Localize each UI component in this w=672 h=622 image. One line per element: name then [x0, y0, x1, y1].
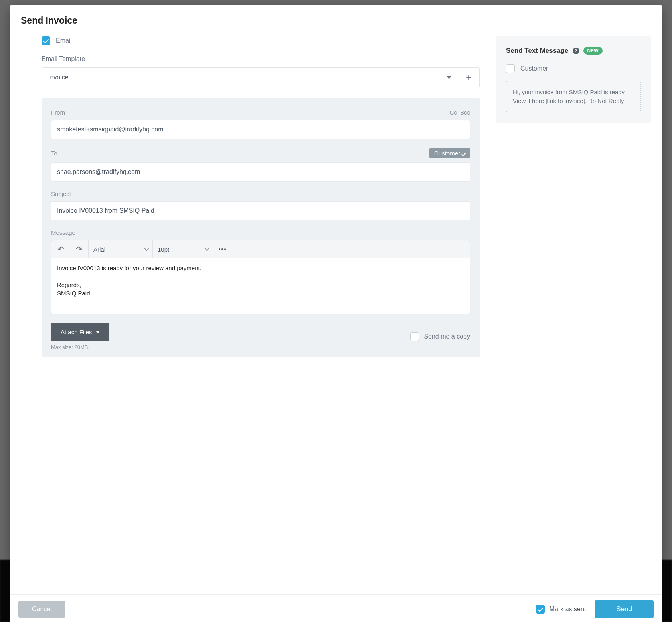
help-icon[interactable]: ?: [573, 48, 579, 54]
mark-as-sent-checkbox[interactable]: [536, 605, 545, 614]
redo-icon: ↷: [76, 244, 83, 254]
editor-toolbar: ↶ ↷ Arial 10pt: [51, 240, 470, 258]
send-button[interactable]: Send: [595, 600, 654, 618]
font-family-select[interactable]: Arial: [89, 240, 152, 258]
plus-icon: ＋: [464, 71, 473, 83]
redo-button[interactable]: ↷: [70, 240, 88, 258]
email-checkbox[interactable]: [42, 36, 50, 45]
message-label: Message: [51, 229, 75, 236]
email-template-label: Email Template: [42, 55, 480, 63]
email-template-select[interactable]: Invoice: [42, 67, 458, 87]
to-label: To: [51, 150, 57, 156]
max-size-hint: Max size: 20MB.: [51, 344, 109, 350]
undo-icon: ↶: [57, 244, 64, 254]
add-template-button[interactable]: ＋: [458, 67, 480, 87]
send-invoice-modal: Send Invoice Email Email Template Invoic…: [10, 5, 662, 622]
from-input[interactable]: [51, 120, 470, 139]
email-checkbox-label: Email: [56, 37, 72, 44]
chevron-down-icon: [144, 246, 149, 251]
more-icon: [219, 248, 226, 250]
font-size-select[interactable]: 10pt: [153, 240, 213, 258]
new-badge: NEW: [583, 47, 603, 55]
attach-files-button[interactable]: Attach Files: [51, 323, 109, 341]
mark-as-sent-label: Mark as sent: [549, 606, 586, 613]
bcc-toggle[interactable]: Bcc: [460, 109, 470, 116]
sms-customer-checkbox[interactable]: [506, 64, 515, 73]
subject-input[interactable]: [51, 201, 470, 220]
subject-label: Subject: [51, 190, 71, 197]
email-compose-panel: From Cc Bcc To Customer: [42, 98, 480, 357]
modal-footer: Cancel Mark as sent Send: [10, 594, 662, 622]
message-editor[interactable]: Invoice IV00013 is ready for your review…: [51, 258, 470, 314]
send-copy-checkbox[interactable]: [410, 332, 419, 341]
email-template-value: Invoice: [48, 74, 69, 81]
undo-button[interactable]: ↶: [51, 240, 70, 258]
cancel-button[interactable]: Cancel: [18, 601, 65, 618]
dropdown-caret-icon: [447, 76, 451, 79]
sms-customer-label: Customer: [520, 65, 548, 72]
caret-down-icon: [96, 331, 100, 333]
from-label: From: [51, 109, 65, 116]
sms-panel: Send Text Message ? NEW Customer Hi, you…: [496, 36, 651, 123]
to-input[interactable]: [51, 162, 470, 182]
customer-recipient-badge[interactable]: Customer: [429, 148, 470, 158]
send-copy-label: Send me a copy: [424, 333, 470, 340]
sms-body-preview: Hi, your invoice from SMSIQ Paid is read…: [506, 81, 641, 112]
modal-title: Send Invoice: [21, 15, 651, 26]
cc-toggle[interactable]: Cc: [449, 109, 457, 116]
more-formatting-button[interactable]: [213, 240, 231, 258]
chevron-down-icon: [205, 246, 209, 251]
sms-title: Send Text Message: [506, 47, 569, 55]
